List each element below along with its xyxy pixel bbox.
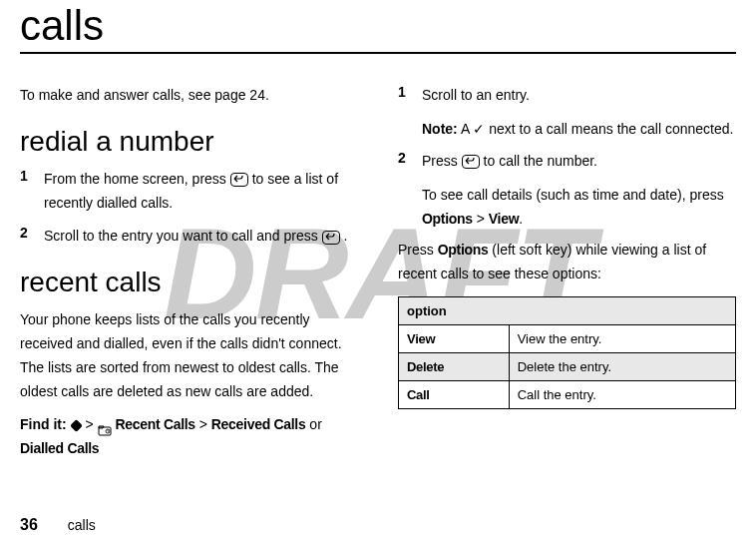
option-name: View: [399, 324, 510, 352]
step-number: 2: [20, 225, 44, 249]
step-text-prefix: From the home screen, press: [44, 171, 230, 187]
send-key-icon: [462, 155, 480, 169]
redial-heading: redial a number: [20, 126, 358, 158]
recent-calls-body: Your phone keeps lists of the calls you …: [20, 308, 358, 403]
footer-section-name: calls: [68, 517, 96, 533]
step-text-prefix: Press: [422, 153, 462, 169]
option-name: Delete: [399, 352, 510, 380]
path-segment-1: Recent Calls: [115, 416, 194, 432]
left-column: To make and answer calls, see page 24. r…: [20, 84, 358, 461]
recent-step-2: 2 Press to call the number.: [398, 150, 736, 174]
column-layout: To make and answer calls, see page 24. r…: [20, 84, 736, 461]
note-label: Note:: [422, 121, 458, 137]
option-name: Call: [399, 380, 510, 408]
folder-icon: [98, 420, 112, 432]
table-row: Call Call the entry.: [399, 380, 736, 408]
press-prefix: Press: [398, 242, 438, 258]
send-key-icon: [230, 173, 248, 187]
separator: >: [195, 416, 211, 432]
note-text: Note: A ✓ next to a call means the call …: [422, 118, 736, 142]
note-prefix: A: [461, 121, 473, 137]
detail-prefix: To see call details (such as time and da…: [422, 187, 724, 203]
option-desc: Delete the entry.: [509, 352, 735, 380]
table-row: Delete Delete the entry.: [399, 352, 736, 380]
options-label: Options: [438, 242, 489, 258]
step-text-suffix: .: [343, 228, 347, 244]
table-header-row: option: [399, 296, 736, 324]
path-segment-2: Received Calls: [211, 416, 306, 432]
checkmark-icon: ✓: [473, 118, 485, 142]
or-text: or: [305, 416, 321, 432]
option-desc: Call the entry.: [509, 380, 735, 408]
press-options-text: Press Options (left soft key) while view…: [398, 239, 736, 286]
redial-step-2: 2 Scroll to the entry you want to call a…: [20, 225, 358, 249]
path-segment-3: Dialled Calls: [20, 440, 99, 456]
page-content: calls To make and answer calls, see page…: [20, 2, 736, 461]
table-row: View View the entry.: [399, 324, 736, 352]
table-header: option: [399, 296, 736, 324]
separator: >: [473, 211, 489, 227]
page-footer: 36 calls: [20, 516, 96, 534]
detail-suffix: .: [519, 211, 523, 227]
step-number: 1: [20, 168, 44, 216]
step-text: Press to call the number.: [422, 150, 597, 174]
step-number: 2: [398, 150, 422, 174]
page-title: calls: [20, 2, 736, 50]
step-text: Scroll to the entry you want to call and…: [44, 225, 347, 249]
step-number: 1: [398, 84, 422, 108]
step-text: Scroll to an entry.: [422, 84, 530, 108]
page-number: 36: [20, 516, 38, 534]
center-key-icon: [70, 419, 83, 432]
separator: >: [85, 416, 97, 432]
recent-step-1: 1 Scroll to an entry.: [398, 84, 736, 108]
option-desc: View the entry.: [509, 324, 735, 352]
options-table: option View View the entry. Delete Delet…: [398, 296, 736, 409]
find-it-label: Find it:: [20, 416, 71, 432]
view-label: View: [489, 211, 519, 227]
intro-text: To make and answer calls, see page 24.: [20, 84, 358, 108]
step-text: From the home screen, press to see a lis…: [44, 168, 358, 216]
note-suffix: next to a call means the call connected.: [489, 121, 733, 137]
recent-calls-heading: recent calls: [20, 267, 358, 298]
right-column: 1 Scroll to an entry. Note: A ✓ next to …: [398, 84, 736, 461]
find-it-path: Find it: > Recent Calls > Received Calls…: [20, 413, 358, 461]
step-text-body: Scroll to an entry.: [422, 87, 530, 103]
send-key-icon: [322, 231, 340, 245]
step-text-suffix: to call the number.: [484, 153, 597, 169]
step-text-prefix: Scroll to the entry you want to call and…: [44, 228, 322, 244]
redial-step-1: 1 From the home screen, press to see a l…: [20, 168, 358, 216]
title-underline: [20, 52, 736, 54]
detail-text: To see call details (such as time and da…: [422, 184, 736, 232]
options-label: Options: [422, 211, 473, 227]
